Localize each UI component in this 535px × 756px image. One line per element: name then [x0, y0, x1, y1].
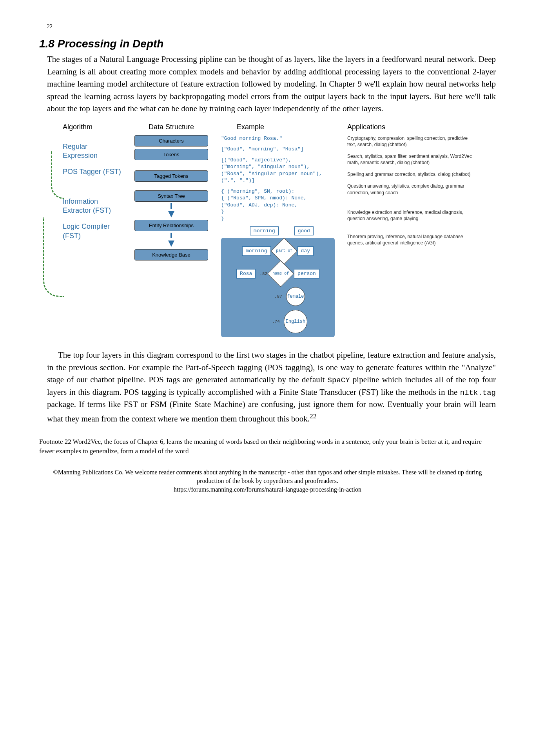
kb-relation: name of — [267, 260, 294, 287]
app-syntax: Question answering, stylistics, complex … — [347, 183, 473, 195]
kb-weight: .82 — [259, 271, 267, 277]
example-knowledge-base: morning part of day Rosa .82 name of per… — [221, 238, 335, 337]
page-number: 22 — [47, 24, 496, 30]
footnote-ref: 22 — [310, 412, 317, 420]
paragraph-1: The stages of a Natural Language Process… — [47, 53, 496, 115]
example-column: "Good morning Rosa." ["Good", "morning",… — [221, 135, 343, 338]
footnote-separator — [39, 433, 496, 433]
example-tagged: [("Good", "adjective"), ("morning", "sin… — [221, 157, 343, 184]
section-number: 1.8 — [39, 38, 54, 50]
code-nltk-tag: nltk.tag — [460, 389, 496, 397]
col-head-data-structure: Data Structure — [126, 123, 216, 131]
box-characters: Characters — [134, 135, 208, 146]
syntax-line: { ("Rosa", SPN, nmod): None, — [221, 195, 343, 202]
kb-weight: .87 — [274, 294, 282, 300]
publisher-note: ©Manning Publications Co. We welcome rea… — [39, 468, 496, 494]
kb-weight: .74 — [272, 319, 280, 325]
publisher-url: https://forums.manning.com/forums/natura… — [39, 485, 496, 494]
box-syntax-tree: Syntax Tree — [134, 190, 208, 202]
footnote-separator — [39, 460, 496, 460]
app-entity: Knowledge extraction and inference, medi… — [347, 209, 473, 222]
data-structure-column: Characters Tokens Tagged Tokens Syntax T… — [126, 135, 216, 260]
app-tagged: Spelling and grammar correction, stylist… — [347, 171, 473, 177]
algo-regex: Regular Expression — [63, 142, 122, 161]
nlp-layers-diagram: Algorithm Data Structure Example Applica… — [63, 123, 496, 338]
col-head-algorithm: Algorithm — [63, 123, 122, 131]
kb-chip: day — [297, 246, 314, 256]
syntax-line: ("Good", ADJ, dep): None, — [221, 202, 343, 209]
kb-chip: Rosa — [236, 269, 256, 279]
footnote-22: Footnote 22 Word2Vec, the focus of Chapt… — [39, 437, 496, 456]
applications-column: Cryptography, compression, spelling corr… — [347, 135, 473, 252]
entity-chip: morning — [250, 226, 279, 236]
col-head-example: Example — [221, 123, 343, 131]
box-tagged-tokens: Tagged Tokens — [134, 170, 208, 182]
entity-chip: good — [294, 226, 314, 236]
para2-part-c: package. If terms like FST or FSM (Finit… — [47, 400, 496, 423]
algo-logic: Logic Compiler (FST) — [63, 222, 122, 241]
example-tokens: ["Good", "morning", "Rosa"] — [221, 146, 343, 153]
kb-chip: morning — [242, 246, 271, 256]
code-spacy: SpaCY — [328, 376, 350, 385]
kb-node: female — [286, 287, 305, 306]
section-title: Processing in Depth — [58, 38, 164, 50]
paragraph-2: The top four layers in this diagram corr… — [47, 349, 496, 425]
algo-ie: Information Extractor (FST) — [63, 197, 122, 215]
app-tokens: Search, stylistics, spam filter, sentime… — [347, 153, 473, 166]
kb-chip: person — [294, 269, 319, 279]
app-characters: Cryptography, compression, spelling corr… — [347, 135, 473, 148]
kb-relation: part of — [271, 238, 297, 264]
example-characters: "Good morning Rosa." — [221, 135, 343, 142]
tagged-line: ("Rosa", "singular proper noun"), — [221, 170, 343, 177]
publisher-line-1: ©Manning Publications Co. We welcome rea… — [39, 468, 496, 486]
arrow-icon — [168, 241, 174, 247]
kb-node: English — [284, 310, 307, 333]
app-kb: Theorem proving, inference, natural lang… — [347, 233, 473, 246]
section-heading: 1.8 Processing in Depth — [39, 38, 496, 50]
algo-pos: POS Tagger (FST) — [63, 167, 122, 176]
arrow-icon — [168, 211, 174, 217]
example-syntax: { ("morning", SN, root): { ("Rosa", SPN,… — [221, 188, 343, 222]
example-entity-relationships: morning good — [221, 226, 343, 236]
tagged-line: [("Good", "adjective"), — [221, 157, 343, 164]
algorithm-column: Regular Expression POS Tagger (FST) Info… — [63, 135, 122, 248]
syntax-line: } — [221, 208, 343, 215]
tagged-line: (".", ".")] — [221, 177, 343, 184]
tagged-line: ("morning", "singular noun"), — [221, 163, 343, 170]
box-knowledge-base: Knowledge Base — [134, 249, 208, 260]
box-entity-rel: Entity Relationships — [134, 220, 208, 231]
col-head-applications: Applications — [347, 123, 473, 131]
syntax-line: { ("morning", SN, root): — [221, 188, 343, 195]
box-tokens: Tokens — [134, 149, 208, 160]
syntax-line: } — [221, 215, 343, 222]
